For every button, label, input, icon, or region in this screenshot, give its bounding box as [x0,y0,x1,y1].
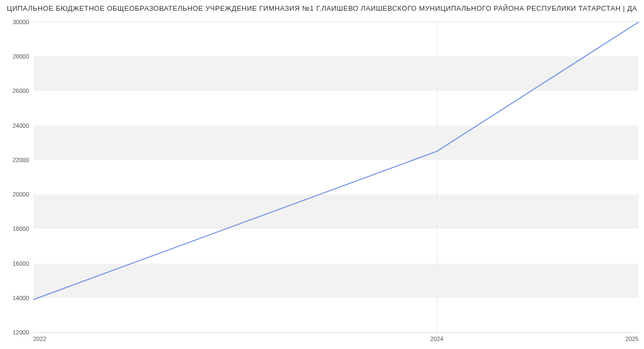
line-plot [33,22,639,332]
chart-area: 1200014000160001800020000220002400026000… [33,21,639,333]
y-tick-label: 22000 [12,157,29,163]
plot-area: 1200014000160001800020000220002400026000… [33,21,639,333]
x-tick-label: 2022 [33,336,46,342]
y-tick-label: 12000 [12,329,29,336]
x-tick-label: 2025 [626,336,639,342]
y-tick-label: 14000 [12,295,29,301]
chart-title: ЦИПАЛЬНОЕ БЮДЖЕТНОЕ ОБЩЕОБРАЗОВАТЕЛЬНОЕ … [0,4,644,12]
chart-container: ЦИПАЛЬНОЕ БЮДЖЕТНОЕ ОБЩЕОБРАЗОВАТЕЛЬНОЕ … [0,0,644,349]
y-tick-label: 18000 [12,226,29,232]
y-tick-label: 24000 [12,122,29,129]
y-tick-label: 28000 [12,53,29,60]
y-tick-label: 20000 [12,191,29,198]
y-tick-label: 16000 [12,260,29,267]
x-tick-label: 2024 [430,336,443,342]
y-tick-label: 26000 [12,88,29,94]
y-tick-label: 30000 [12,19,29,25]
